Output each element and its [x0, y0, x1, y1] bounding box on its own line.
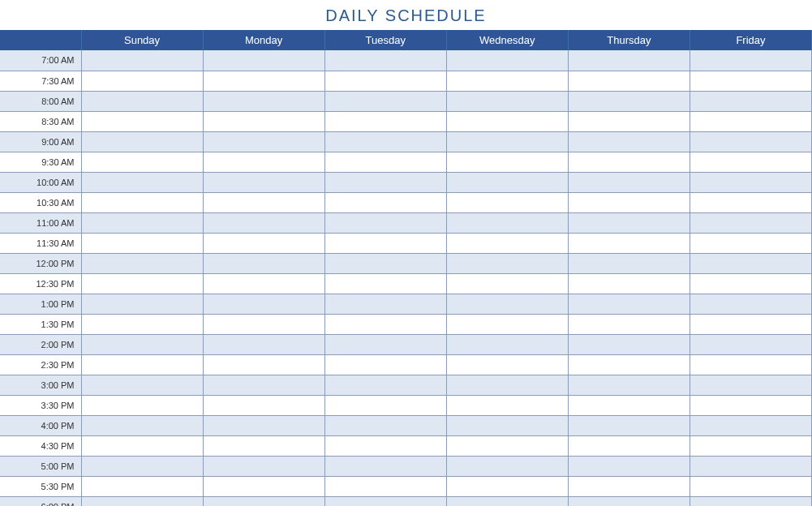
schedule-cell[interactable] [324, 50, 446, 71]
schedule-cell[interactable] [324, 233, 446, 253]
schedule-cell[interactable] [81, 435, 203, 456]
schedule-cell[interactable] [690, 111, 811, 131]
schedule-cell[interactable] [568, 212, 690, 233]
schedule-cell[interactable] [568, 172, 690, 192]
schedule-cell[interactable] [324, 334, 446, 354]
schedule-cell[interactable] [203, 375, 324, 395]
schedule-cell[interactable] [81, 334, 203, 354]
schedule-cell[interactable] [690, 496, 811, 506]
schedule-cell[interactable] [446, 476, 568, 496]
schedule-cell[interactable] [203, 253, 324, 273]
schedule-cell[interactable] [568, 131, 690, 152]
schedule-cell[interactable] [203, 354, 324, 375]
schedule-cell[interactable] [568, 50, 690, 71]
schedule-cell[interactable] [203, 314, 324, 334]
schedule-cell[interactable] [203, 496, 324, 506]
schedule-cell[interactable] [203, 212, 324, 233]
schedule-cell[interactable] [446, 91, 568, 111]
schedule-cell[interactable] [324, 91, 446, 111]
schedule-cell[interactable] [81, 314, 203, 334]
schedule-cell[interactable] [568, 253, 690, 273]
schedule-cell[interactable] [203, 294, 324, 314]
schedule-cell[interactable] [81, 91, 203, 111]
schedule-cell[interactable] [324, 131, 446, 152]
schedule-cell[interactable] [203, 233, 324, 253]
schedule-cell[interactable] [324, 212, 446, 233]
schedule-cell[interactable] [446, 354, 568, 375]
schedule-cell[interactable] [446, 71, 568, 91]
schedule-cell[interactable] [568, 314, 690, 334]
schedule-cell[interactable] [446, 415, 568, 435]
schedule-cell[interactable] [568, 152, 690, 172]
schedule-cell[interactable] [324, 496, 446, 506]
schedule-cell[interactable] [81, 354, 203, 375]
schedule-cell[interactable] [446, 314, 568, 334]
schedule-cell[interactable] [568, 395, 690, 415]
schedule-cell[interactable] [324, 172, 446, 192]
schedule-cell[interactable] [446, 294, 568, 314]
schedule-cell[interactable] [81, 415, 203, 435]
schedule-cell[interactable] [324, 294, 446, 314]
schedule-cell[interactable] [568, 496, 690, 506]
schedule-cell[interactable] [324, 435, 446, 456]
schedule-cell[interactable] [446, 50, 568, 71]
schedule-cell[interactable] [203, 395, 324, 415]
schedule-cell[interactable] [568, 334, 690, 354]
schedule-cell[interactable] [81, 233, 203, 253]
schedule-cell[interactable] [446, 212, 568, 233]
schedule-cell[interactable] [81, 152, 203, 172]
schedule-cell[interactable] [690, 334, 811, 354]
schedule-cell[interactable] [81, 192, 203, 212]
schedule-cell[interactable] [446, 131, 568, 152]
schedule-cell[interactable] [568, 294, 690, 314]
schedule-cell[interactable] [324, 253, 446, 273]
schedule-cell[interactable] [324, 152, 446, 172]
schedule-cell[interactable] [324, 476, 446, 496]
schedule-cell[interactable] [203, 131, 324, 152]
schedule-cell[interactable] [324, 273, 446, 294]
schedule-cell[interactable] [81, 456, 203, 476]
schedule-cell[interactable] [324, 111, 446, 131]
schedule-cell[interactable] [446, 233, 568, 253]
schedule-cell[interactable] [568, 273, 690, 294]
schedule-cell[interactable] [81, 131, 203, 152]
schedule-cell[interactable] [203, 111, 324, 131]
schedule-cell[interactable] [568, 435, 690, 456]
schedule-cell[interactable] [324, 415, 446, 435]
schedule-cell[interactable] [203, 476, 324, 496]
schedule-cell[interactable] [690, 71, 811, 91]
schedule-cell[interactable] [203, 456, 324, 476]
schedule-cell[interactable] [568, 111, 690, 131]
schedule-cell[interactable] [690, 354, 811, 375]
schedule-cell[interactable] [568, 354, 690, 375]
schedule-cell[interactable] [446, 152, 568, 172]
schedule-cell[interactable] [690, 456, 811, 476]
schedule-cell[interactable] [446, 496, 568, 506]
schedule-cell[interactable] [446, 172, 568, 192]
schedule-cell[interactable] [568, 91, 690, 111]
schedule-cell[interactable] [446, 375, 568, 395]
schedule-cell[interactable] [81, 273, 203, 294]
schedule-cell[interactable] [81, 50, 203, 71]
schedule-cell[interactable] [203, 91, 324, 111]
schedule-cell[interactable] [81, 395, 203, 415]
schedule-cell[interactable] [324, 354, 446, 375]
schedule-cell[interactable] [446, 192, 568, 212]
schedule-cell[interactable] [203, 71, 324, 91]
schedule-cell[interactable] [690, 273, 811, 294]
schedule-cell[interactable] [446, 456, 568, 476]
schedule-cell[interactable] [568, 233, 690, 253]
schedule-cell[interactable] [324, 456, 446, 476]
schedule-cell[interactable] [690, 314, 811, 334]
schedule-cell[interactable] [324, 375, 446, 395]
schedule-cell[interactable] [446, 334, 568, 354]
schedule-cell[interactable] [81, 172, 203, 192]
schedule-cell[interactable] [690, 476, 811, 496]
schedule-cell[interactable] [203, 415, 324, 435]
schedule-cell[interactable] [203, 273, 324, 294]
schedule-cell[interactable] [568, 476, 690, 496]
schedule-cell[interactable] [81, 375, 203, 395]
schedule-cell[interactable] [81, 253, 203, 273]
schedule-cell[interactable] [690, 131, 811, 152]
schedule-cell[interactable] [446, 253, 568, 273]
